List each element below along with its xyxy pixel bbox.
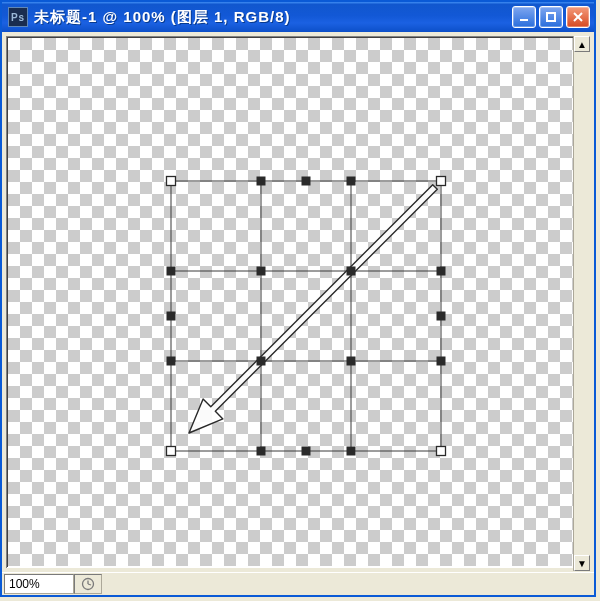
svg-rect-0 bbox=[520, 19, 528, 21]
zoom-field[interactable]: 100% bbox=[4, 574, 74, 594]
document-canvas[interactable] bbox=[6, 36, 576, 568]
scroll-up-button[interactable]: ▲ bbox=[574, 36, 590, 52]
close-button[interactable] bbox=[566, 6, 590, 28]
transparency-background bbox=[8, 38, 574, 566]
title-bar[interactable]: Ps 未标题-1 @ 100% (图层 1, RGB/8) bbox=[2, 2, 594, 32]
window-title: 未标题-1 @ 100% (图层 1, RGB/8) bbox=[34, 8, 512, 27]
maximize-button[interactable] bbox=[539, 6, 563, 28]
svg-rect-1 bbox=[547, 13, 555, 21]
status-bar: 100% bbox=[2, 572, 594, 595]
svg-line-32 bbox=[88, 584, 91, 585]
window-controls bbox=[512, 6, 590, 28]
scroll-down-button[interactable]: ▼ bbox=[574, 555, 590, 571]
vertical-scrollbar[interactable]: ▲ ▼ bbox=[573, 36, 590, 571]
client-area: ▲ ▼ 100% bbox=[2, 32, 594, 595]
app-icon: Ps bbox=[8, 7, 28, 27]
app-window: Ps 未标题-1 @ 100% (图层 1, RGB/8) bbox=[0, 0, 596, 597]
document-status-icon[interactable] bbox=[74, 574, 102, 594]
minimize-button[interactable] bbox=[512, 6, 536, 28]
history-icon bbox=[81, 577, 95, 591]
